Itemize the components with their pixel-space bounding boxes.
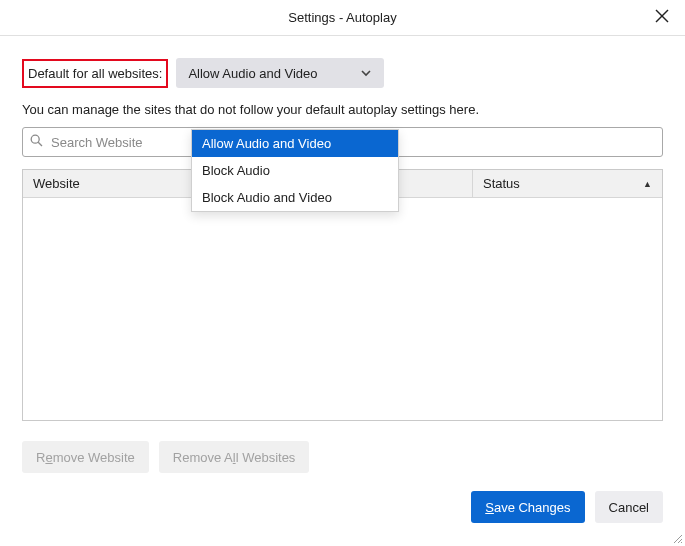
svg-line-6 [681, 542, 682, 543]
default-dropdown-selected: Allow Audio and Video [188, 66, 317, 81]
chevron-down-icon [360, 67, 372, 79]
svg-point-2 [31, 135, 39, 143]
dialog-title: Settings - Autoplay [288, 10, 396, 25]
dropdown-option-block-audio[interactable]: Block Audio [192, 157, 398, 184]
resize-grip-icon[interactable] [671, 532, 683, 544]
dialog-header: Settings - Autoplay [0, 0, 685, 36]
column-header-status[interactable]: Status ▲ [472, 170, 662, 197]
default-dropdown-menu: Allow Audio and Video Block Audio Block … [191, 129, 399, 212]
dropdown-option-block-av[interactable]: Block Audio and Video [192, 184, 398, 211]
svg-line-4 [674, 535, 682, 543]
search-icon [30, 134, 43, 150]
table-body [23, 198, 662, 420]
close-button[interactable] [647, 2, 677, 32]
save-changes-button[interactable]: Save Changes [471, 491, 584, 523]
dropdown-option-allow-av[interactable]: Allow Audio and Video [192, 130, 398, 157]
sort-ascending-icon: ▲ [643, 179, 652, 189]
default-dropdown[interactable]: Allow Audio and Video [176, 58, 384, 88]
cancel-button[interactable]: Cancel [595, 491, 663, 523]
close-icon [655, 7, 669, 28]
description-text: You can manage the sites that do not fol… [22, 102, 663, 117]
remove-all-websites-button[interactable]: Remove All Websites [159, 441, 310, 473]
svg-line-3 [38, 142, 42, 146]
default-label-highlight: Default for all websites: [22, 59, 168, 88]
default-row: Default for all websites: Allow Audio an… [22, 58, 663, 88]
column-header-website-label: Website [33, 176, 80, 191]
remove-button-row: Remove Website Remove All Websites [22, 441, 663, 473]
remove-website-button[interactable]: Remove Website [22, 441, 149, 473]
column-header-status-label: Status [483, 176, 520, 191]
dialog-footer: Save Changes Cancel [0, 473, 685, 523]
default-label: Default for all websites: [28, 66, 162, 81]
